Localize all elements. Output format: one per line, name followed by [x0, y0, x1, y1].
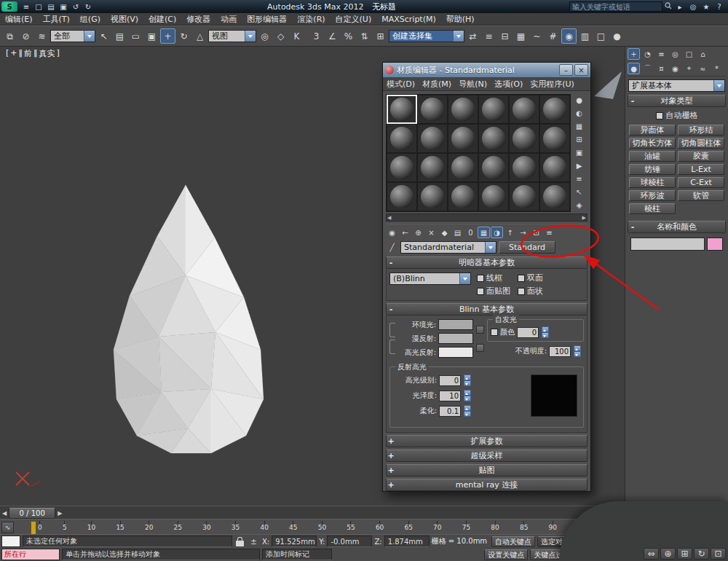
orbit-icon[interactable]: ↻: [694, 548, 709, 560]
material-editor-titlebar[interactable]: 材质编辑器 - Standardmaterial – ×: [383, 63, 590, 78]
zoom-icon[interactable]: ⊕: [660, 548, 676, 560]
object-type-button[interactable]: 油罐: [629, 151, 676, 162]
specular-map-shortcut-icon[interactable]: [476, 344, 484, 352]
select-and-rotate-icon[interactable]: ↻: [176, 28, 191, 44]
menu-item[interactable]: 动画: [215, 14, 242, 25]
glossiness-field[interactable]: 10: [439, 391, 461, 401]
edit-named-selection-sets-icon[interactable]: ⊞: [373, 28, 388, 44]
show-end-result-icon[interactable]: ◑: [491, 227, 503, 238]
object-type-button[interactable]: 纺锤: [629, 164, 676, 175]
sample-uv-tiling-icon[interactable]: ⊡: [530, 227, 542, 238]
shader-type-dropdown[interactable]: (B)Blinn: [389, 272, 471, 285]
z-coordinate-field[interactable]: 1.874mm: [384, 536, 430, 547]
render-setup-icon[interactable]: ▥: [577, 28, 593, 44]
material-sample-slot[interactable]: [509, 153, 539, 182]
lock-diffuse-specular-icon[interactable]: [389, 340, 395, 354]
viewport-shading-menu[interactable]: 真实: [39, 48, 55, 59]
material-type-button[interactable]: Standard: [499, 241, 555, 254]
material-sample-slot[interactable]: [539, 182, 570, 211]
menu-item[interactable]: 编辑(E): [0, 14, 38, 25]
pan-view-icon[interactable]: ⇔: [644, 548, 659, 560]
blinn-basic-rollout-header[interactable]: - Blinn 基本参数: [386, 303, 587, 315]
menu-item[interactable]: 帮助(H): [441, 14, 480, 25]
current-frame-marker[interactable]: [31, 521, 36, 535]
auto-key-button[interactable]: 自动关键点: [491, 536, 535, 547]
menu-item[interactable]: 渲染(R): [292, 14, 330, 25]
material-sample-slot[interactable]: [539, 153, 570, 182]
diffuse-color-swatch[interactable]: [438, 333, 473, 344]
object-type-button[interactable]: 切角圆柱体: [678, 138, 724, 149]
layer-manager-icon[interactable]: ⊟: [497, 28, 513, 44]
dropdown-arrow-icon[interactable]: [485, 242, 496, 253]
go-to-parent-icon[interactable]: ↑: [504, 227, 516, 238]
absolute-offset-toggle-icon[interactable]: ±: [248, 536, 260, 547]
collapsed-rollout-header[interactable]: + mental ray 连接: [386, 479, 587, 491]
object-type-button[interactable]: 环形结: [678, 125, 724, 136]
maximize-viewport-icon[interactable]: ⊡: [711, 548, 726, 560]
menu-item[interactable]: MAXScript(M): [376, 15, 441, 24]
material-options-icon[interactable]: ≡: [543, 227, 555, 238]
dropdown-arrow-icon[interactable]: [453, 31, 464, 42]
object-type-button[interactable]: 切角长方体: [629, 138, 676, 149]
dropdown-arrow-icon[interactable]: [245, 31, 256, 42]
object-name-field[interactable]: [630, 238, 705, 251]
material-editor-icon[interactable]: ◉: [561, 28, 577, 44]
two-sided-checkbox[interactable]: [518, 275, 525, 282]
hierarchy-tab-icon[interactable]: ≡: [655, 48, 668, 60]
dropdown-arrow-icon[interactable]: [84, 31, 95, 42]
glossiness-spinner[interactable]: [464, 390, 471, 401]
material-sample-slot[interactable]: [417, 182, 448, 211]
collapsed-rollout-header[interactable]: + 超级采样: [386, 450, 587, 462]
assign-material-to-selection-icon[interactable]: ⊕: [412, 227, 424, 238]
material-editor-menu-item[interactable]: 模式(D): [383, 79, 419, 90]
object-color-swatch[interactable]: [707, 238, 723, 251]
dropdown-arrow-icon[interactable]: [713, 80, 724, 91]
time-slider-handle[interactable]: 0 / 100: [9, 508, 55, 519]
select-object-icon[interactable]: ↖: [96, 28, 111, 44]
rectangular-region-icon[interactable]: ▭: [128, 28, 143, 44]
material-sample-slot[interactable]: [387, 153, 417, 182]
schematic-view-icon[interactable]: #: [545, 28, 561, 44]
graphite-ribbon-icon[interactable]: ▦: [513, 28, 529, 44]
zoom-extents-icon[interactable]: ⊞: [677, 548, 692, 560]
display-tab-icon[interactable]: □: [683, 48, 695, 60]
angle-snap-icon[interactable]: ∠: [325, 28, 340, 44]
cameras-category-icon[interactable]: ◉: [669, 63, 681, 74]
sample-palette-scrollbar[interactable]: ◀ ▶: [386, 213, 587, 221]
backlight-icon[interactable]: ◐: [573, 107, 585, 119]
sample-type-icon[interactable]: ●: [573, 94, 585, 106]
motion-tab-icon[interactable]: ◎: [669, 48, 681, 60]
select-and-move-icon[interactable]: +: [160, 28, 175, 44]
menu-item[interactable]: 图形编辑器: [242, 14, 292, 25]
ambient-map-shortcut-icon[interactable]: [476, 326, 484, 334]
object-type-button[interactable]: 胶囊: [678, 151, 724, 162]
name-color-rollout-header[interactable]: - 名称和颜色: [628, 221, 726, 233]
search-go-icon[interactable]: ▸: [674, 1, 686, 12]
primitive-category-dropdown[interactable]: 扩展基本体: [628, 79, 725, 92]
specular-level-spinner[interactable]: [464, 374, 471, 386]
select-by-material-icon[interactable]: ↖: [573, 186, 585, 197]
create-tab-icon[interactable]: +: [628, 48, 640, 60]
options-icon[interactable]: ≡: [573, 173, 585, 184]
bind-to-space-warp-icon[interactable]: ≋: [34, 28, 50, 44]
faceted-checkbox[interactable]: [518, 288, 525, 295]
object-type-button[interactable]: C-Ext: [678, 177, 724, 188]
object-type-button[interactable]: L-Ext: [678, 164, 724, 175]
material-sample-slot[interactable]: [509, 95, 539, 124]
close-button[interactable]: ×: [574, 64, 588, 76]
specular-level-field[interactable]: 0: [439, 375, 461, 386]
material-sample-slot[interactable]: [417, 124, 448, 153]
material-sample-slot[interactable]: [417, 153, 448, 182]
align-icon[interactable]: ≡: [481, 28, 496, 44]
put-to-library-icon[interactable]: ▤: [451, 227, 464, 238]
material-sample-slot[interactable]: [509, 182, 539, 211]
app-menu-icon[interactable]: ≡: [20, 1, 32, 12]
specular-color-swatch[interactable]: [438, 347, 473, 358]
material-editor-menu-item[interactable]: 材质(M): [419, 79, 455, 90]
reference-coordinate-dropdown[interactable]: 视图: [208, 30, 256, 42]
background-icon[interactable]: ▦: [573, 120, 585, 132]
minimize-button[interactable]: –: [559, 64, 573, 76]
collapsed-rollout-header[interactable]: + 贴图: [386, 464, 587, 476]
new-scene-icon[interactable]: □: [33, 1, 44, 12]
object-type-button[interactable]: 环形波: [629, 190, 676, 201]
